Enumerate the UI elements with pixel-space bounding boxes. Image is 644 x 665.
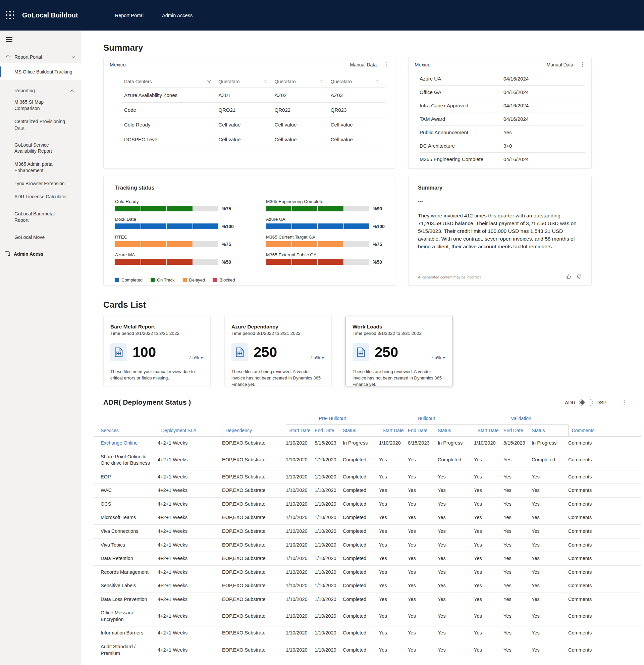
progress-bar-segment xyxy=(115,224,140,229)
thumbs-down-icon[interactable] xyxy=(576,274,582,281)
group-header-label: Buildout xyxy=(379,416,474,425)
table-cell: Yes xyxy=(438,579,474,593)
table-cell: 1/10/2020 xyxy=(315,525,343,538)
filter-icon[interactable] xyxy=(319,79,324,84)
filter-icon[interactable] xyxy=(207,79,212,84)
ai-summary-title: Summary xyxy=(418,185,582,191)
table-cell: Yes xyxy=(504,579,532,593)
table-cell: Yes xyxy=(474,511,504,525)
more-options-icon[interactable]: ⋮ xyxy=(382,60,390,70)
table-cell: Yes xyxy=(474,484,504,498)
column-header[interactable]: Start Date xyxy=(379,425,408,437)
progress-bar xyxy=(115,241,218,247)
top-nav-report-portal[interactable]: Report Portal xyxy=(115,13,143,18)
table-cell: 1/10/2020 xyxy=(315,552,343,566)
column-header[interactable]: Status xyxy=(532,425,568,437)
table-cell: 4+2+1 Weeks xyxy=(158,579,222,593)
table-cell: Yes xyxy=(408,565,438,579)
app-launcher-icon[interactable] xyxy=(6,11,15,20)
sidebar-item[interactable]: Lynx Browser Extension xyxy=(0,180,81,187)
table-cell: Yes xyxy=(532,470,568,484)
table-cell: Yes xyxy=(379,511,408,525)
column-header[interactable]: Dependency xyxy=(222,425,286,437)
sidebar-group-reporting[interactable]: Reporting xyxy=(0,85,81,96)
legend-label: On Track xyxy=(157,278,175,283)
stat-card[interactable]: Work LoadsTime period 3/1/2022 to 3/31 2… xyxy=(346,316,453,386)
sidebar-item[interactable]: GoLocal Baremetal Report xyxy=(0,211,81,224)
column-header[interactable]: End Date xyxy=(315,425,343,437)
stat-card[interactable]: Bare Metal ReportTime period 3/1/2022 to… xyxy=(103,316,211,386)
chevron-up-icon[interactable] xyxy=(70,89,74,92)
list-item: Office GA04/16/2024 xyxy=(419,86,585,99)
table-cell: Yes xyxy=(438,511,474,525)
table-cell: 1/10/2020 xyxy=(315,450,343,470)
table-cell: 1/10/2020 xyxy=(315,511,343,525)
sidebar-item-selected[interactable]: MS Office Buildout Tracking xyxy=(0,63,81,80)
filter-icon[interactable] xyxy=(263,79,268,84)
more-options-icon[interactable]: ⋮ xyxy=(579,60,587,70)
list-item: Public AnnouncementYes xyxy=(419,126,585,139)
table-cell: Comments xyxy=(568,565,641,579)
column-header[interactable]: Start Date xyxy=(474,425,504,437)
column-header[interactable]: Querataro xyxy=(216,75,272,88)
sidebar-item[interactable]: GoLocal Service Availability Report xyxy=(0,142,81,155)
sidebar-item-admin-access[interactable]: Admin Acess xyxy=(0,251,81,257)
stat-card[interactable]: Azure DependancyTime period 3/1/2022 to … xyxy=(225,316,332,386)
column-header[interactable]: Deployment SLA xyxy=(158,425,222,437)
column-header[interactable]: Status xyxy=(343,425,379,437)
table-cell: EOP,EXO,Substrate xyxy=(222,450,286,470)
hamburger-menu-icon[interactable] xyxy=(6,37,13,42)
filter-icon[interactable] xyxy=(375,79,380,84)
table-cell: 1/10/2020 xyxy=(286,606,315,626)
sidebar-group-label: Reporting xyxy=(15,88,70,93)
sidebar-item[interactable]: M 365 SI Map Comparison xyxy=(0,99,81,112)
table-cell: Yes xyxy=(532,497,568,511)
column-header[interactable]: Querataro xyxy=(273,75,329,88)
stat-card-period: Time period 3/1/2022 to 3/31 2022 xyxy=(110,331,203,336)
top-nav-admin-access[interactable]: Admin Access xyxy=(162,13,193,18)
sidebar-item[interactable]: ADR Lincense Calculator xyxy=(0,194,81,200)
column-header[interactable]: End Date xyxy=(504,425,532,437)
table-cell: Comments xyxy=(568,437,641,450)
toggle-left-label: ADR xyxy=(565,400,575,405)
progress-bar xyxy=(266,206,369,211)
sidebar-item-label: Report Portal xyxy=(15,54,72,60)
sidebar-item[interactable]: Centralized Provisioning Data xyxy=(0,118,81,131)
table-cell: Code xyxy=(122,103,216,117)
stat-card-number: 100 xyxy=(133,344,156,360)
column-header-label: Querataro xyxy=(331,79,375,84)
more-options-icon[interactable]: ⋮ xyxy=(620,398,628,407)
table-cell: In Progress xyxy=(343,437,379,450)
table-row: Exchange Online4+2+1 WeeksEOP,EXO,Substr… xyxy=(94,437,641,450)
date-row-value: Yes xyxy=(504,130,511,135)
column-header[interactable]: Status xyxy=(438,425,474,437)
table-cell: Yes xyxy=(379,565,408,579)
column-header[interactable]: Data Centers xyxy=(122,75,216,88)
service-cell[interactable]: Exchange Online xyxy=(94,437,158,450)
column-header[interactable]: Querataro xyxy=(329,75,385,88)
legend-label: Delayed xyxy=(189,278,205,283)
column-header[interactable]: Comments xyxy=(568,425,641,437)
adr-dsp-toggle[interactable] xyxy=(579,399,593,406)
table-cell: 4+2+1 Weeks xyxy=(158,626,222,640)
table-cell: Yes xyxy=(474,470,504,484)
column-header[interactable]: End Date xyxy=(408,425,438,437)
table-cell: EOP,EXO,Substrate xyxy=(222,592,286,606)
progress-bar-row: M365 Current Target GA%75 xyxy=(266,234,407,252)
group-header-spacer xyxy=(94,416,286,425)
sidebar-item[interactable]: GoLocal Move xyxy=(0,234,81,241)
progress-bar-segment xyxy=(193,224,219,229)
column-header[interactable]: Services xyxy=(94,425,158,437)
sidebar-item-report-portal[interactable]: Report Portal xyxy=(0,51,81,63)
table-cell: Yes xyxy=(379,484,408,498)
group-header-spacer xyxy=(568,416,641,425)
progress-percent-label: %50 xyxy=(373,259,382,265)
column-header[interactable]: Start Date xyxy=(286,425,315,437)
sidebar-item[interactable]: M365 Admin portal Enhancement xyxy=(0,161,81,174)
thumbs-up-icon[interactable] xyxy=(566,274,571,281)
ai-summary-card: Summary --- They were invoiced 412 times… xyxy=(408,176,592,286)
table-cell: Yes xyxy=(379,450,408,470)
chevron-down-icon[interactable] xyxy=(72,56,76,58)
table-cell: Yes xyxy=(532,606,568,626)
table-cell: QR022 xyxy=(273,103,329,117)
